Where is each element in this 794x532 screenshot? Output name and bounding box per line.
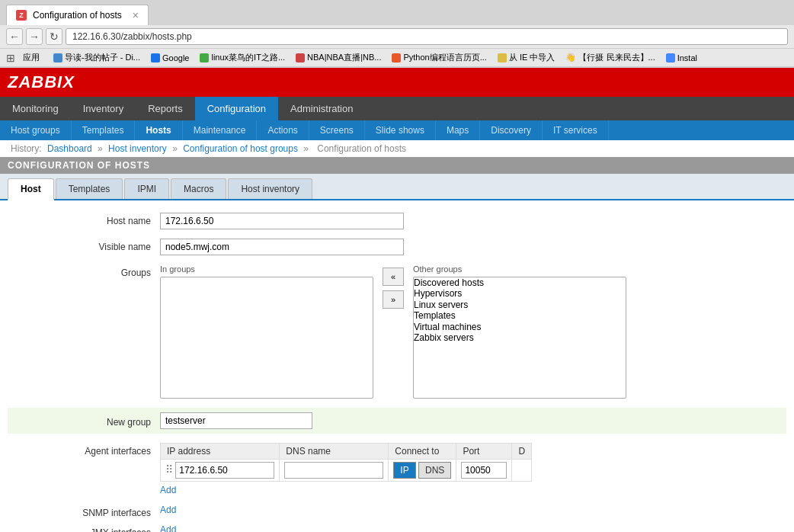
other-group-option-1[interactable]: Discovered hosts bbox=[414, 277, 626, 288]
tab-host-inventory[interactable]: Host inventory bbox=[228, 178, 312, 199]
forward-button[interactable]: → bbox=[26, 28, 43, 45]
bookmark-7[interactable]: 👋 【行摄 民来民去】... bbox=[562, 51, 658, 64]
tab-templates[interactable]: Templates bbox=[56, 178, 123, 199]
port-input[interactable] bbox=[461, 462, 507, 479]
back-button[interactable]: ← bbox=[6, 28, 23, 45]
other-groups-container: Other groups Discovered hosts Hypervisor… bbox=[413, 264, 626, 399]
visible-name-input[interactable] bbox=[160, 239, 404, 255]
sub-nav: Host groups Templates Hosts Maintenance … bbox=[0, 120, 794, 140]
iface-port-cell bbox=[456, 460, 512, 482]
subnav-itservices[interactable]: IT services bbox=[543, 120, 609, 140]
nav-administration[interactable]: Administration bbox=[278, 97, 365, 120]
iface-connect-cell: IP DNS bbox=[389, 460, 456, 482]
breadcrumb-current: Configuration of hosts bbox=[317, 143, 406, 154]
host-name-field bbox=[160, 213, 786, 229]
nav-configuration[interactable]: Configuration bbox=[195, 97, 278, 120]
connect-ip-button[interactable]: IP bbox=[393, 462, 415, 479]
host-name-input[interactable] bbox=[160, 213, 404, 229]
logo-bar: ZABBIX bbox=[0, 68, 794, 97]
dns-name-input[interactable] bbox=[284, 462, 383, 479]
in-groups-label: In groups bbox=[160, 264, 373, 274]
snmp-interfaces-row: SNMP interfaces Add bbox=[8, 505, 786, 518]
in-groups-container: In groups bbox=[160, 264, 373, 399]
breadcrumb-prefix: History: bbox=[11, 143, 42, 154]
drag-handle-icon[interactable]: ⠿ bbox=[165, 463, 173, 476]
other-group-option-6[interactable]: Zabbix servers bbox=[414, 332, 626, 343]
agent-interfaces-label: Agent interfaces bbox=[8, 443, 160, 457]
transfer-buttons: « » bbox=[379, 264, 407, 312]
other-groups-label: Other groups bbox=[413, 264, 626, 274]
iface-drag-cell: ⠿ bbox=[161, 460, 280, 482]
close-icon[interactable]: × bbox=[133, 9, 139, 21]
zabbix-logo: ZABBIX bbox=[8, 72, 75, 92]
nav-monitoring[interactable]: Monitoring bbox=[0, 97, 71, 120]
tab-favicon: Z bbox=[16, 10, 27, 21]
bookmark-6[interactable]: 从 IE 中导入 bbox=[495, 51, 559, 64]
other-group-option-5[interactable]: Virtual machines bbox=[414, 322, 626, 332]
tab-macros[interactable]: Macros bbox=[171, 178, 226, 199]
jmx-interfaces-content: Add bbox=[160, 524, 176, 532]
bookmark-3[interactable]: linux菜鸟的IT之路... bbox=[197, 51, 288, 64]
reload-button[interactable]: ↻ bbox=[46, 28, 62, 45]
tab-host[interactable]: Host bbox=[8, 178, 54, 200]
groups-row: Groups In groups « » Other groups bbox=[8, 264, 786, 399]
host-name-row: Host name bbox=[8, 213, 786, 229]
transfer-right-button[interactable]: » bbox=[383, 290, 404, 309]
jmx-interfaces-row: JMX interfaces Add bbox=[8, 524, 786, 532]
subnav-maps[interactable]: Maps bbox=[436, 120, 480, 140]
groups-label: Groups bbox=[8, 264, 160, 278]
nav-reports[interactable]: Reports bbox=[136, 97, 195, 120]
groups-container: In groups « » Other groups Discovered ho… bbox=[160, 264, 786, 399]
table-row: ⠿ IP DNS bbox=[161, 460, 532, 482]
col-port: Port bbox=[456, 444, 512, 460]
tab-bar: Z Configuration of hosts × bbox=[0, 0, 794, 25]
nav-inventory[interactable]: Inventory bbox=[71, 97, 136, 120]
jmx-interfaces-label: JMX interfaces bbox=[8, 524, 160, 532]
iface-d-cell bbox=[512, 460, 532, 482]
subnav-screens[interactable]: Screens bbox=[309, 120, 365, 140]
agent-add-link[interactable]: Add bbox=[160, 485, 176, 495]
new-group-field bbox=[160, 412, 312, 429]
groups-field: In groups « » Other groups Discovered ho… bbox=[160, 264, 786, 399]
breadcrumb-sep1: » bbox=[98, 143, 105, 154]
bookmark-1[interactable]: 导读-我的帖子 - Di... bbox=[50, 51, 143, 64]
jmx-add-link[interactable]: Add bbox=[160, 524, 176, 532]
in-groups-listbox[interactable] bbox=[160, 277, 373, 399]
subnav-discovery[interactable]: Discovery bbox=[480, 120, 543, 140]
subnav-slideshows[interactable]: Slide shows bbox=[365, 120, 436, 140]
other-group-option-3[interactable]: Linux servers bbox=[414, 300, 626, 310]
bookmark-2[interactable]: Google bbox=[148, 53, 192, 63]
breadcrumb-host-groups[interactable]: Configuration of host groups bbox=[183, 143, 298, 154]
other-group-option-4[interactable]: Templates bbox=[414, 310, 626, 321]
section-title: CONFIGURATION OF HOSTS bbox=[0, 157, 794, 174]
breadcrumb-sep3: » bbox=[303, 143, 311, 154]
new-group-input[interactable] bbox=[160, 412, 312, 429]
breadcrumb-dashboard[interactable]: Dashboard bbox=[47, 143, 92, 154]
agent-add-row: Add bbox=[160, 482, 532, 498]
snmp-add-link[interactable]: Add bbox=[160, 505, 176, 515]
form-area: Host name Visible name Groups In groups bbox=[0, 200, 794, 532]
subnav-hosts[interactable]: Hosts bbox=[135, 120, 182, 140]
new-group-row: New group bbox=[8, 408, 786, 434]
transfer-left-button[interactable]: « bbox=[383, 268, 404, 286]
bookmark-5[interactable]: Python编程语言历页... bbox=[389, 51, 489, 64]
connect-dns-button[interactable]: DNS bbox=[418, 462, 451, 479]
subnav-maintenance[interactable]: Maintenance bbox=[183, 120, 258, 140]
subnav-host-groups[interactable]: Host groups bbox=[0, 120, 72, 140]
breadcrumb-sep2: » bbox=[172, 143, 180, 154]
subnav-templates[interactable]: Templates bbox=[72, 120, 136, 140]
tab-ipmi[interactable]: IPMI bbox=[124, 178, 169, 199]
visible-name-field bbox=[160, 239, 786, 255]
subnav-actions[interactable]: Actions bbox=[257, 120, 309, 140]
agent-interfaces-table: IP address DNS name Connect to Port D ⠿ bbox=[160, 443, 532, 482]
breadcrumb-host-inventory[interactable]: Host inventory bbox=[108, 143, 167, 154]
ip-address-input[interactable] bbox=[175, 462, 274, 479]
active-tab[interactable]: Z Configuration of hosts × bbox=[6, 5, 149, 25]
zabbix-app: ZABBIX Monitoring Inventory Reports Conf… bbox=[0, 68, 794, 532]
other-groups-listbox[interactable]: Discovered hosts Hypervisors Linux serve… bbox=[413, 277, 626, 399]
url-bar[interactable] bbox=[66, 28, 788, 45]
other-group-option-2[interactable]: Hypervisors bbox=[414, 288, 626, 299]
bookmark-8[interactable]: Instal bbox=[663, 53, 700, 63]
new-group-label: New group bbox=[8, 414, 160, 428]
bookmark-4[interactable]: NBA|NBA直播|NB... bbox=[293, 51, 384, 64]
